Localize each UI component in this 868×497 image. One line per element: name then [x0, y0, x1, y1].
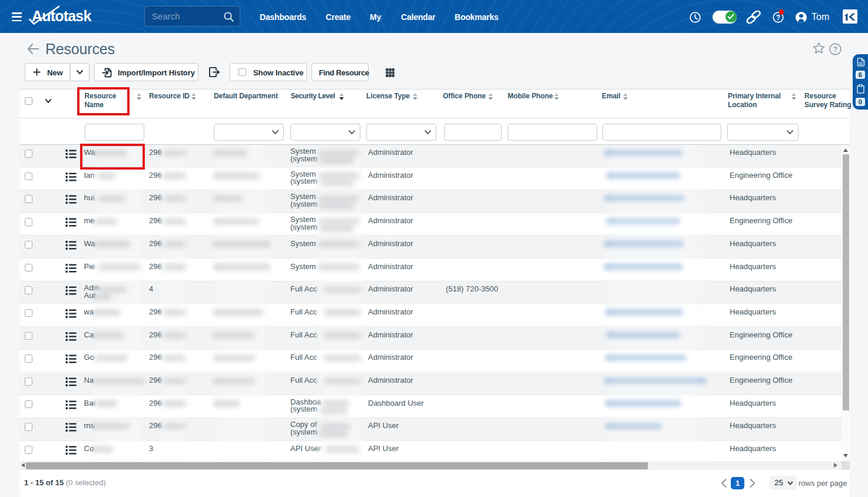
svg-text:?: ?	[776, 14, 780, 22]
svg-text:?: ?	[833, 45, 838, 54]
